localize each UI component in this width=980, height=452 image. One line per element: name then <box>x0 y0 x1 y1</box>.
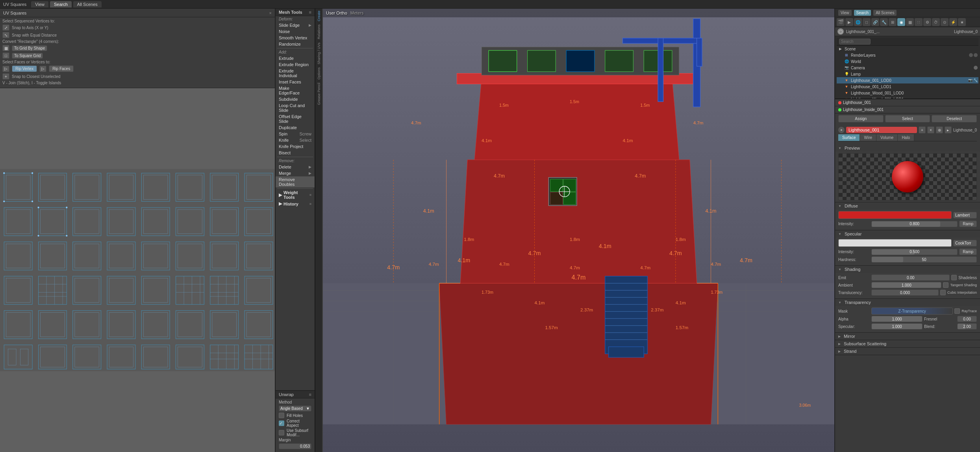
use-subsurf-checkbox[interactable] <box>279 430 284 435</box>
tab-halo[interactable]: Halo <box>898 134 914 141</box>
spin-item[interactable]: Spin Screw <box>276 131 315 137</box>
rp-icon-data[interactable]: ⊞ <box>889 18 897 26</box>
extrude-region-item[interactable]: Extrude Region <box>276 61 315 68</box>
outliner-item-lh001-lod1[interactable]: ▼ Lighthouse_001_LOD1 <box>837 83 978 90</box>
outliner-search[interactable] <box>839 39 871 44</box>
tab-volume[interactable]: Volume <box>876 134 898 141</box>
mat-copy-btn[interactable]: ⊕ <box>936 126 943 133</box>
outliner-item-scene[interactable]: ▶ Scene <box>837 46 978 52</box>
emit-bar[interactable]: 0.00 <box>871 274 950 281</box>
outliner-item-world[interactable]: 🌐 World <box>837 58 978 65</box>
outliner-item-camera[interactable]: 📷 Camera <box>837 65 978 71</box>
history-item[interactable]: ▶ History ≡ <box>276 200 315 207</box>
rip-vertex-icon[interactable]: ▷ <box>2 66 9 72</box>
remove-doubles-item[interactable]: Remove Doubles <box>276 176 315 187</box>
duplicate-item[interactable]: Duplicate <box>276 124 315 131</box>
specular-shader-select[interactable]: CookTorr <box>953 240 977 246</box>
extrude-individual-item[interactable]: Extrude Individual <box>276 68 315 79</box>
to-square-btn[interactable]: To Square Grid <box>12 53 43 59</box>
outliner-item-lhwood-lod0[interactable]: ▼ Lighthouse_Wood_001_LOD0 <box>837 90 978 96</box>
specular-color-swatch[interactable] <box>838 239 952 247</box>
tangent-cb[interactable] <box>943 282 949 288</box>
slide-edge-item[interactable]: Slide Edge ▶ <box>276 22 315 28</box>
mat-plus-btn[interactable]: + <box>919 126 926 133</box>
loop-cut-slide-item[interactable]: Loop Cut and Slide <box>276 102 315 113</box>
deselect-btn[interactable]: Deselect <box>932 115 977 122</box>
specular-hardness-bar[interactable]: 50 <box>871 256 977 263</box>
tab-all-scenes[interactable]: All Scenes <box>73 1 102 7</box>
assign-btn[interactable]: Assign <box>838 115 884 122</box>
rp-icon-extra3[interactable]: ★ <box>958 18 966 26</box>
noise-item[interactable]: Noise <box>276 28 315 35</box>
rp-tab-search[interactable]: Search <box>854 10 871 16</box>
rp-icon-world[interactable]: 🌐 <box>854 18 862 26</box>
randomize-item[interactable]: Randomize <box>276 41 315 47</box>
knife-item[interactable]: Knife Select <box>276 137 315 143</box>
tab-search[interactable]: Search <box>50 1 72 7</box>
specular-ramp-btn[interactable]: Ramp <box>959 248 977 255</box>
merge-item[interactable]: Merge ▶ <box>276 170 315 176</box>
correct-aspect-checkbox[interactable]: ✓ <box>279 421 284 426</box>
raytrace-cb[interactable] <box>954 308 960 314</box>
rp-icon-constraints[interactable]: 🔗 <box>871 18 879 26</box>
rp-icon-extra2[interactable]: ⚡ <box>949 18 957 26</box>
diffuse-ramp-btn[interactable]: Ramp <box>959 220 977 227</box>
specular-alpha-bar[interactable]: 1.000 <box>871 323 923 330</box>
tab-grease-pencil[interactable]: Grease Pencil <box>316 82 322 106</box>
rp-icon-scene[interactable]: 🎬 <box>837 18 845 26</box>
diffuse-color-swatch[interactable] <box>838 211 952 219</box>
rp-icon-modifiers[interactable]: 🔧 <box>880 18 888 26</box>
diffuse-intensity-bar[interactable]: 0.800 <box>871 221 958 227</box>
bisect-item[interactable]: Bisect <box>276 150 315 156</box>
blend-bar[interactable]: 2.00 <box>957 323 977 330</box>
subsurf-header[interactable]: ▶ Subsurface Scattering <box>835 340 980 347</box>
rp-tab-all-scenes[interactable]: All Scenes <box>873 10 897 16</box>
make-edge-face-item[interactable]: Make Edge/Face <box>276 85 315 96</box>
specular-intensity-bar[interactable]: 0.500 <box>871 249 958 255</box>
unwrap-pin[interactable]: ≡ <box>309 392 311 397</box>
diffuse-shader-select[interactable]: Lambert <box>953 212 977 219</box>
outliner-item-lh001-lod0[interactable]: ▼ Lighthouse_001_LOD0 📷 🔧 <box>837 77 978 83</box>
material-name-field[interactable]: Lighthouse_001 <box>846 127 917 133</box>
strand-header[interactable]: ▶ Strand <box>835 348 980 355</box>
snap-equal-icon[interactable]: ⤡ <box>2 32 9 38</box>
rip-vertex-btn[interactable]: Rip Vertex <box>12 65 37 72</box>
rp-icon-object[interactable]: □ <box>863 18 871 26</box>
rp-icon-extra1[interactable]: ⊙ <box>941 18 949 26</box>
tab-wire[interactable]: Wire <box>860 134 876 141</box>
tab-sharing[interactable]: Sharing / UVs <box>316 41 322 66</box>
offset-edge-slide-item[interactable]: Offset Edge Slide <box>276 113 315 124</box>
snap-closest-icon[interactable]: + <box>2 73 9 80</box>
knife-project-item[interactable]: Knife Project <box>276 143 315 150</box>
shading-header[interactable]: ▼ Shading <box>835 266 980 273</box>
rip-faces-btn[interactable]: Rip Faces <box>49 65 74 72</box>
method-select[interactable]: Angle Based ▼ <box>279 406 311 411</box>
subdivide-item[interactable]: Subdivide <box>276 96 315 102</box>
mesh-tools-pin[interactable]: ≡ <box>309 10 311 15</box>
rp-icon-particles[interactable]: ∷ <box>915 18 923 26</box>
delete-item[interactable]: Delete ▶ <box>276 164 315 170</box>
diffuse-header[interactable]: ▼ Diffuse <box>835 202 980 209</box>
fill-holes-checkbox[interactable] <box>279 413 284 418</box>
mirror-header[interactable]: ▶ Mirror <box>835 333 980 340</box>
tab-create[interactable]: Create <box>316 9 322 22</box>
ambient-bar[interactable]: 1.000 <box>871 282 941 288</box>
tab-view[interactable]: View <box>31 1 48 7</box>
shadeless-cb[interactable] <box>951 275 957 280</box>
specular-header[interactable]: ▼ Specular <box>835 230 980 237</box>
grid-icon[interactable]: ▦ <box>2 45 9 51</box>
outliner-item-lamp[interactable]: 💡 Lamp <box>837 71 978 77</box>
mat-x-btn[interactable]: × <box>927 126 934 133</box>
rp-icon-physics[interactable]: ⚙ <box>923 18 931 26</box>
square-icon[interactable]: □ <box>2 52 9 59</box>
margin-input[interactable]: 0.053 <box>279 443 311 449</box>
select-btn[interactable]: Select <box>885 115 930 122</box>
rip-faces-icon[interactable]: ▷ <box>39 66 46 72</box>
rp-icon-texture[interactable]: ▦ <box>906 18 914 26</box>
preview-header[interactable]: ▼ Preview <box>835 144 980 152</box>
inset-faces-item[interactable]: Inset Faces <box>276 79 315 85</box>
mat-data-btn[interactable]: ▸ <box>945 126 952 133</box>
uv-panel-close[interactable]: × <box>269 11 272 15</box>
tab-surface[interactable]: Surface <box>838 134 860 141</box>
rp-icon-material[interactable]: ◉ <box>897 18 905 26</box>
